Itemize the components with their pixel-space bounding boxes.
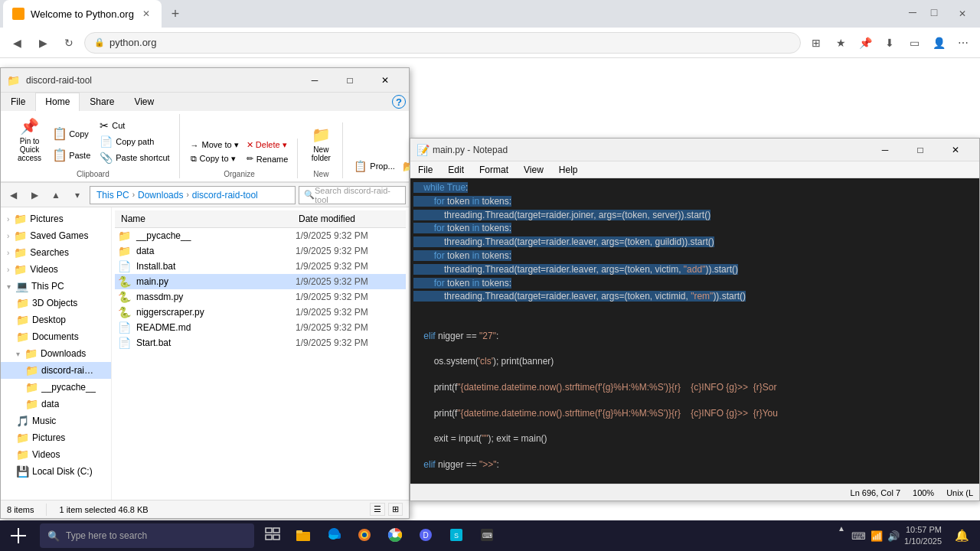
sidebar-item-music[interactable]: 🎵 Music [1, 412, 111, 429]
taskbar-item-app6[interactable]: S [441, 520, 472, 551]
file-row-installbat[interactable]: 📄 Install.bat 1/9/2025 9:32 PM [115, 259, 406, 274]
taskbar-item-app5[interactable]: D [410, 520, 441, 551]
delete-button[interactable]: ✕ Delete ▾ [243, 139, 292, 152]
sidebar-item-documents[interactable]: 📁 Documents [1, 328, 111, 345]
menu-button[interactable]: ⋯ [952, 32, 974, 54]
sidebar-item-downloads[interactable]: ▾ 📁 Downloads [1, 345, 111, 362]
sidebar-item-3dobjects[interactable]: 📁 3D Objects [1, 295, 111, 311]
downloads-button[interactable]: ⬇ [879, 32, 900, 54]
copy-to-button[interactable]: ⧉ Copy to ▾ [188, 152, 242, 165]
notepad-minimize-button[interactable]: ─ [867, 138, 903, 162]
menu-help[interactable]: Help [551, 161, 586, 178]
browser-tab[interactable]: Welcome to Python.org ✕ [3, 0, 162, 28]
notepad-close-button[interactable]: ✕ [938, 138, 973, 162]
taskbar-item-chrome[interactable] [380, 520, 410, 551]
date-column-header[interactable]: Date modified [296, 212, 403, 226]
recent-locations-button[interactable]: ▾ [68, 186, 87, 204]
volume-tray-icon[interactable]: 🔊 [887, 530, 900, 542]
keyboard-tray-icon[interactable]: ⌨ [851, 530, 866, 542]
menu-edit[interactable]: Edit [440, 161, 472, 178]
paste-shortcut-button[interactable]: 📎 Paste shortcut [96, 150, 172, 165]
network-tray-icon[interactable]: 📶 [871, 530, 883, 542]
explorer-address-bar[interactable]: This PC › Downloads › discord-raid-tool [90, 186, 296, 204]
extensions-button[interactable]: ⊞ [805, 32, 827, 54]
discord-raid-tool-link[interactable]: discord-raid-tool [192, 190, 258, 201]
ribbon-tab-home[interactable]: Home [35, 93, 80, 111]
file-row-startbat[interactable]: 📄 Start.bat 1/9/2025 9:32 PM [115, 335, 406, 350]
sidebar-item-pycache[interactable]: 📁 __pycache__ [1, 379, 111, 396]
sidebar-button[interactable]: ▭ [903, 32, 925, 54]
new-tab-button[interactable]: + [165, 3, 186, 24]
refresh-button[interactable]: ↻ [58, 32, 80, 54]
taskbar-item-edge[interactable] [318, 520, 349, 551]
explorer-minimize-button[interactable]: ─ [297, 68, 332, 93]
collections-button[interactable]: 📌 [854, 32, 876, 54]
file-row-data[interactable]: 📁 data 1/9/2025 9:32 PM [115, 243, 406, 259]
sidebar-item-discord-raid-tool[interactable]: 📁 discord-raid-... [1, 362, 111, 379]
explorer-close-button[interactable]: ✕ [368, 68, 403, 93]
menu-file[interactable]: File [410, 161, 440, 178]
sidebar-item-localc[interactable]: 💾 Local Disk (C:) [1, 463, 111, 480]
move-to-button[interactable]: → Move to ▾ [188, 139, 242, 152]
start-button[interactable] [0, 520, 37, 551]
menu-view[interactable]: View [516, 161, 551, 178]
tab-close-button[interactable]: ✕ [140, 8, 152, 20]
ribbon-help-button[interactable]: ? [392, 95, 406, 109]
sidebar-item-videos2[interactable]: 📁 Videos [1, 446, 111, 463]
profile-button[interactable]: 👤 [928, 32, 949, 54]
rename-button[interactable]: ✏ Rename [243, 152, 292, 165]
favorites-button[interactable]: ★ [830, 32, 851, 54]
ribbon-tab-share[interactable]: Share [80, 93, 124, 111]
pin-to-quick-access-button[interactable]: 📌 Pin to Quickaccess [13, 114, 46, 165]
sidebar-item-videos[interactable]: › 📁 Videos [1, 261, 111, 278]
notification-button[interactable]: 🔔 [949, 520, 974, 551]
code-area[interactable]: while True: for token in tokens: threadi… [410, 178, 979, 484]
sidebar-item-thispc[interactable]: ▾ 💻 This PC [1, 278, 111, 295]
menu-format[interactable]: Format [472, 161, 516, 178]
ribbon-tab-file[interactable]: File [1, 93, 35, 111]
properties-button[interactable]: 📋 Prop... [351, 158, 397, 174]
ribbon-tab-view[interactable]: View [124, 93, 164, 111]
browser-maximize-button[interactable]: □ [923, 2, 945, 23]
sidebar-item-pictures[interactable]: › 📁 Pictures [1, 210, 111, 227]
browser-close-button[interactable]: ✕ [945, 2, 980, 26]
sidebar-item-pictures2[interactable]: 📁 Pictures [1, 429, 111, 446]
explorer-up-button[interactable]: ▲ [47, 186, 65, 204]
forward-button[interactable]: ▶ [32, 32, 54, 54]
back-button[interactable]: ◀ [6, 32, 28, 54]
taskbar-item-firefox[interactable] [349, 520, 380, 551]
address-bar[interactable]: 🔒 python.org [84, 32, 801, 54]
sidebar-item-data[interactable]: 📁 data [1, 396, 111, 412]
taskbar-item-explorer[interactable] [288, 520, 318, 551]
copy-button[interactable]: 📋 Copy [47, 123, 95, 144]
explorer-maximize-button[interactable]: □ [332, 68, 368, 93]
details-view-button[interactable]: ☰ [370, 503, 385, 516]
file-row-massdm[interactable]: 🐍 massdm.py 1/9/2025 9:32 PM [115, 289, 406, 305]
notepad-maximize-button[interactable]: □ [903, 138, 938, 162]
sidebar-item-searches[interactable]: › 📁 Searches [1, 244, 111, 261]
copy-path-button[interactable]: 📄 Copy path [96, 134, 172, 149]
explorer-search[interactable]: 🔍 Search discord-raid-tool [299, 186, 406, 204]
explorer-forward-button[interactable]: ▶ [25, 186, 44, 204]
paste-button[interactable]: 📋 Paste [47, 145, 95, 165]
taskbar-item-taskview[interactable] [257, 520, 288, 551]
downloads-link[interactable]: Downloads [138, 190, 183, 201]
browser-minimize-button[interactable]: ─ [902, 2, 923, 23]
sidebar-item-savedgames[interactable]: › 📁 Saved Games [1, 227, 111, 244]
file-row-readme[interactable]: 📄 README.md 1/9/2025 9:32 PM [115, 320, 406, 335]
file-date: 1/9/2025 9:32 PM [296, 292, 403, 302]
system-clock[interactable]: 10:57 PM 1/10/2025 [904, 524, 945, 548]
name-column-header[interactable]: Name [118, 212, 296, 226]
file-row-pycache[interactable]: 📁 __pycache__ 1/9/2025 9:32 PM [115, 228, 406, 243]
sidebar-item-desktop[interactable]: 📁 Desktop [1, 311, 111, 328]
explorer-back-button[interactable]: ◀ [4, 186, 22, 204]
file-row-niggerscraper[interactable]: 🐍 niggerscraper.py 1/9/2025 9:32 PM [115, 305, 406, 320]
taskbar-search[interactable]: 🔍 Type here to search [40, 523, 254, 548]
taskbar-item-app7[interactable]: ⌨ [472, 520, 502, 551]
tiles-view-button[interactable]: ⊞ [388, 503, 403, 516]
file-row-mainpy[interactable]: 🐍 main.py 1/9/2025 9:32 PM [115, 274, 406, 289]
cut-button[interactable]: ✂ Cut [96, 118, 172, 133]
this-pc-link[interactable]: This PC [96, 190, 129, 201]
new-folder-button[interactable]: 📁 Newfolder [305, 122, 336, 165]
tray-show-button[interactable]: ▲ [838, 520, 847, 551]
